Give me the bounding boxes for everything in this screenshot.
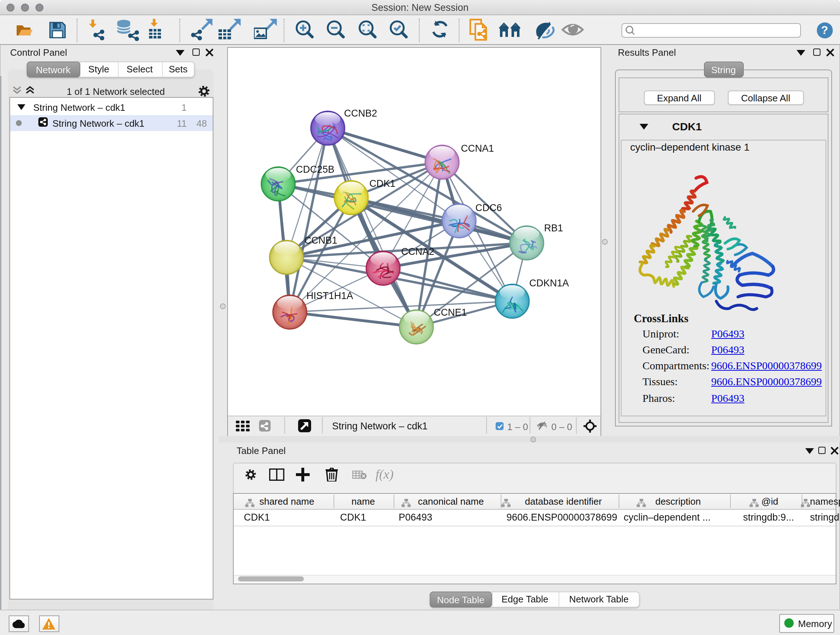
svg-text:CCNA2: CCNA2 (401, 246, 434, 257)
svg-text:CCNB2: CCNB2 (344, 108, 377, 119)
svg-text:CDKN1A: CDKN1A (529, 277, 569, 288)
svg-text:CCNB1: CCNB1 (304, 234, 337, 245)
svg-text:CCNA1: CCNA1 (461, 143, 494, 154)
svg-text:HIST1H1A: HIST1H1A (306, 290, 353, 301)
svg-text:CCNE1: CCNE1 (433, 307, 467, 318)
svg-text:CDC6: CDC6 (475, 202, 502, 213)
svg-text:RB1: RB1 (544, 222, 563, 233)
svg-text:CDC25B: CDC25B (295, 164, 334, 174)
svg-text:CDK1: CDK1 (369, 178, 395, 188)
